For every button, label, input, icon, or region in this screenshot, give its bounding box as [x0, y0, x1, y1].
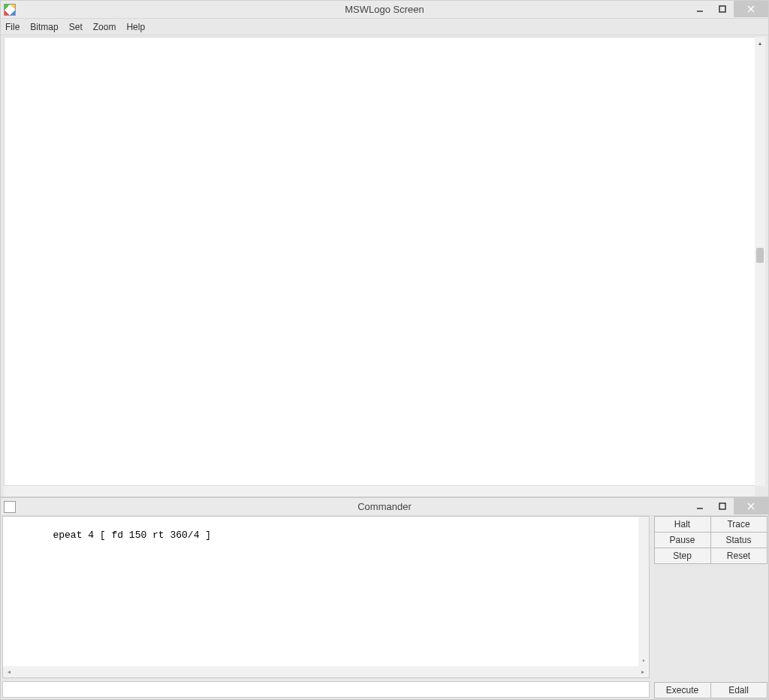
commander-button-panel: Halt Trace Pause Status Step Reset Execu… — [650, 516, 767, 698]
menubar: File Bitmap Set Zoom Help — [1, 19, 768, 35]
scroll-down-icon[interactable]: ▾ — [638, 654, 649, 666]
commander-minimize-button[interactable] — [689, 498, 711, 514]
app-icon — [1, 1, 19, 19]
history-line: epeat 4 [ fd 150 rt 360/4 ] — [53, 530, 211, 541]
scroll-right-icon[interactable]: ▸ — [637, 666, 649, 677]
command-history[interactable]: epeat 4 [ fd 150 rt 360/4 ] ▾ — [2, 516, 650, 666]
commander-close-button[interactable] — [734, 498, 768, 514]
edall-button[interactable]: Edall — [710, 682, 767, 698]
reset-button[interactable]: Reset — [710, 548, 767, 564]
trace-button[interactable]: Trace — [710, 516, 767, 533]
status-button[interactable]: Status — [710, 532, 767, 548]
menu-file[interactable]: File — [5, 22, 20, 32]
menu-help[interactable]: Help — [126, 22, 145, 32]
canvas-vertical-scrollbar[interactable]: ▴ — [755, 37, 765, 486]
menu-set[interactable]: Set — [69, 22, 83, 32]
command-input[interactable] — [2, 681, 650, 698]
halt-button[interactable]: Halt — [654, 516, 711, 533]
scroll-left-icon[interactable]: ◂ — [3, 666, 15, 677]
pause-button[interactable]: Pause — [654, 532, 711, 548]
step-button[interactable]: Step — [654, 548, 711, 564]
close-button[interactable] — [734, 1, 768, 17]
mswlogo-screen-window: MSWLogo Screen File Bitmap Set Zoom Help — [0, 0, 769, 497]
history-horizontal-scrollbar[interactable]: ◂ ▸ — [2, 666, 650, 678]
scroll-thumb[interactable] — [756, 248, 764, 263]
maximize-button[interactable] — [711, 1, 734, 17]
commander-icon — [1, 498, 19, 516]
scroll-up-icon[interactable]: ▴ — [755, 37, 765, 49]
history-vertical-scrollbar[interactable]: ▾ — [638, 517, 649, 666]
execute-button[interactable]: Execute — [654, 682, 711, 698]
canvas-horizontal-scrollbar[interactable] — [4, 486, 755, 496]
svg-rect-1 — [719, 6, 725, 12]
commander-window: Commander epeat 4 [ fd 150 rt 360/4 ] ▾ … — [0, 497, 769, 700]
commander-title: Commander — [1, 501, 768, 512]
menu-bitmap[interactable]: Bitmap — [30, 22, 58, 32]
minimize-button[interactable] — [689, 1, 711, 17]
screen-titlebar[interactable]: MSWLogo Screen — [1, 1, 768, 19]
turtle-drawing — [5, 38, 230, 150]
svg-rect-7 — [719, 503, 725, 509]
screen-title: MSWLogo Screen — [1, 4, 768, 15]
commander-maximize-button[interactable] — [711, 498, 734, 514]
drawing-canvas[interactable] — [4, 37, 765, 486]
commander-titlebar[interactable]: Commander — [1, 498, 768, 516]
menu-zoom[interactable]: Zoom — [93, 22, 116, 32]
